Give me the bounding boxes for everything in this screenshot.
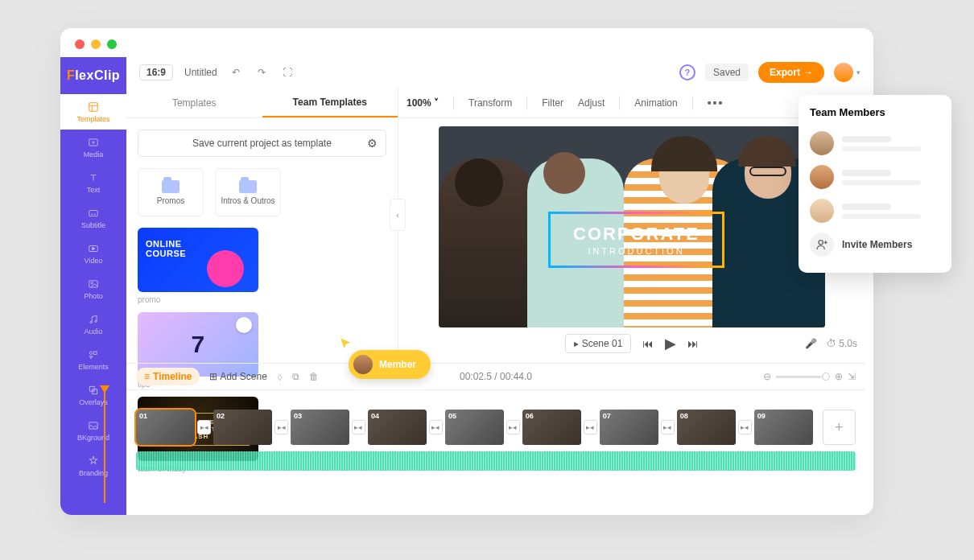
zoom-select[interactable]: 100% ˅ [407, 97, 439, 109]
sidebar-item-video[interactable]: Video [60, 236, 126, 271]
fullscreen-button[interactable]: ⛶ [280, 65, 295, 80]
timeline-clip[interactable]: 08 [677, 410, 736, 445]
sidebar-item-bkground[interactable]: BKground [60, 413, 126, 448]
timeline-clip[interactable]: 05 [445, 410, 504, 445]
svg-point-8 [89, 352, 93, 355]
transition-button[interactable]: ▸◂ [584, 420, 597, 434]
sidebar-item-overlays[interactable]: Overlays [60, 377, 126, 413]
filter-button[interactable]: Filter [542, 97, 563, 109]
folder-intros-outros[interactable]: Intros & Outros [215, 168, 281, 216]
audio-waveform[interactable] [136, 451, 856, 471]
timeline-clips: 01 ▸◂ 02 ▸◂ 03 ▸◂ 04 ▸◂ 05 ▸◂ 06 ▸◂ 07 ▸… [126, 390, 865, 445]
transition-button[interactable]: ▸◂ [506, 420, 520, 434]
sidebar-item-elements[interactable]: Elements [60, 342, 126, 377]
transition-button[interactable]: ▸◂ [274, 420, 288, 434]
transition-button[interactable]: ▸◂ [429, 420, 443, 434]
svg-point-13 [819, 241, 823, 245]
gear-icon: ⚙ [367, 137, 378, 150]
team-member-row[interactable] [810, 160, 940, 194]
sidebar-item-photo[interactable]: Photo [60, 271, 126, 307]
mic-button[interactable]: 🎤 [805, 338, 817, 349]
template-card[interactable]: ONLINE COURSE promo [138, 228, 258, 304]
svg-rect-11 [93, 389, 97, 394]
timeline-clip[interactable]: 03 [291, 410, 349, 445]
folder-promos[interactable]: Promos [138, 168, 204, 216]
chevron-down-icon: ˅ [434, 97, 439, 109]
svg-point-5 [91, 282, 93, 284]
team-panel-title: Team Members [810, 106, 940, 118]
timeline-clip[interactable]: 04 [368, 410, 427, 445]
timeline-clip[interactable]: 01 [136, 410, 195, 445]
audio-icon [87, 313, 100, 326]
project-title[interactable]: Untitled [184, 67, 217, 78]
play-button[interactable]: ▶ [665, 335, 676, 352]
sidebar-label: Media [84, 150, 104, 159]
redo-button[interactable]: ↷ [254, 65, 269, 80]
aspect-ratio-select[interactable]: 16:9 [139, 64, 173, 80]
transition-button[interactable]: ▸◂ [661, 420, 675, 434]
sidebar: FlexClip Templates Media Text Subtitle V… [60, 57, 126, 515]
minimize-window-button[interactable] [91, 39, 101, 49]
help-button[interactable]: ? [679, 64, 695, 80]
svg-rect-4 [89, 281, 98, 287]
sidebar-item-audio[interactable]: Audio [60, 307, 126, 342]
split-button[interactable]: ⎀ [277, 371, 283, 382]
adjust-button[interactable]: Adjust [578, 97, 605, 109]
user-menu-button[interactable]: ▾ [834, 63, 861, 82]
topbar: 16:9 Untitled ↶ ↷ ⛶ ? Saved Export → ▾ [126, 57, 873, 88]
timeline-clip[interactable]: 07 [600, 410, 658, 445]
tab-timeline[interactable]: ≡ Timeline [136, 368, 200, 385]
sidebar-label: Photo [84, 292, 103, 300]
add-scene-button[interactable]: ⊞ Add Scene [209, 371, 266, 382]
transition-button[interactable]: ▸◂ [738, 420, 752, 434]
tab-templates[interactable]: Templates [126, 88, 262, 117]
timeline-clip[interactable]: 02 [213, 410, 272, 445]
overlay-title: CORPORATE [573, 224, 700, 245]
next-scene-button[interactable]: ⏭ [687, 337, 699, 350]
maximize-window-button[interactable] [107, 39, 117, 49]
text-overlay[interactable]: CORPORATE INTRODUCTION [548, 212, 724, 268]
transform-button[interactable]: Transform [468, 97, 512, 109]
sidebar-item-media[interactable]: Media [60, 130, 126, 165]
brand-logo: FlexClip [60, 68, 126, 94]
time-display: 00:02.5 / 00:44.0 [460, 371, 532, 382]
duplicate-button[interactable]: ⧉ [292, 371, 299, 382]
animation-button[interactable]: Animation [634, 97, 677, 109]
prev-scene-button[interactable]: ⏮ [642, 337, 654, 350]
sidebar-item-subtitle[interactable]: Subtitle [60, 200, 126, 236]
more-options-button[interactable]: ••• [708, 97, 724, 109]
add-clip-button[interactable]: + [823, 410, 856, 445]
collaborator-cursor [339, 337, 352, 350]
scene-duration[interactable]: ⏱ 5.0s [827, 338, 857, 349]
preview-area: 100% ˅ Transform Filter Adjust Animation… [398, 88, 865, 363]
sidebar-item-text[interactable]: Text [60, 165, 126, 200]
sidebar-item-templates[interactable]: Templates [60, 94, 126, 130]
tab-team-templates[interactable]: Team Templates [262, 88, 398, 117]
zoom-out-button[interactable]: ⊖ [763, 371, 771, 382]
chevron-down-icon: ▾ [856, 68, 861, 76]
timeline-playhead[interactable] [104, 390, 105, 503]
elements-icon [87, 348, 100, 361]
timeline-clip[interactable]: 09 [754, 410, 813, 445]
invite-members-button[interactable]: Invite Members [810, 228, 940, 261]
preview-canvas[interactable]: CORPORATE INTRODUCTION [439, 126, 825, 327]
member-avatar [810, 131, 834, 155]
team-member-row[interactable] [810, 126, 940, 160]
team-member-row[interactable] [810, 194, 940, 228]
zoom-slider[interactable] [776, 376, 821, 378]
delete-button[interactable]: 🗑 [309, 371, 319, 382]
fit-timeline-button[interactable]: ⇲ [848, 371, 856, 382]
zoom-in-button[interactable]: ⊕ [835, 371, 843, 382]
overlays-icon [87, 384, 100, 397]
sidebar-item-branding[interactable]: Branding [60, 448, 126, 484]
timeline-clip[interactable]: 06 [522, 410, 581, 445]
undo-button[interactable]: ↶ [229, 65, 243, 80]
transition-button[interactable]: ▸◂ [197, 420, 211, 434]
close-window-button[interactable] [75, 39, 85, 49]
scene-select[interactable]: ▸ Scene 01 [565, 334, 632, 353]
transition-button[interactable]: ▸◂ [352, 420, 365, 434]
svg-rect-0 [89, 103, 98, 112]
save-as-template-button[interactable]: Save current project as template ⚙ [138, 130, 386, 157]
export-button[interactable]: Export → [758, 62, 824, 83]
app-window: FlexClip Templates Media Text Subtitle V… [60, 28, 873, 515]
